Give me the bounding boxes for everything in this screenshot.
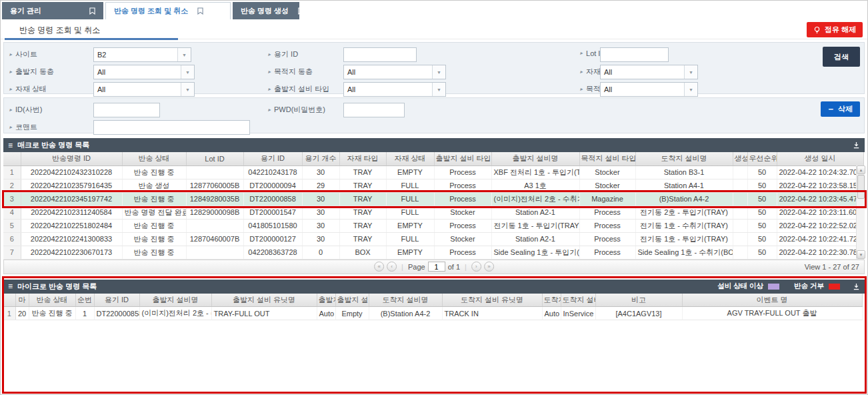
column-header[interactable]: 자재 타입 [339,152,386,165]
column-header[interactable]: 반송명령 ID [21,152,122,165]
column-header[interactable]: 출발지 설비 [335,294,369,307]
table-row[interactable]: 620220422102241300833반송 진행 중12870460007B… [3,232,863,246]
column-header[interactable]: 반송 상태 [122,152,186,165]
lightbulb-icon [813,26,821,34]
table-row[interactable]: 120반송 진행 중1DT220000858(이미지)전처리 2호 - 수취TR… [3,307,862,320]
last-page-button[interactable]: » [484,262,494,272]
table-row[interactable]: 320220422102345197742반송 진행 중12849280035B… [3,192,863,206]
chevron-down-icon[interactable]: ▼ [432,83,445,96]
table-cell: A3 1호 [491,179,579,192]
column-header[interactable]: 출발지 설비 타입 [434,152,491,165]
prev-page-button[interactable]: ‹ [387,262,397,272]
column-header[interactable]: 우선순위 [747,152,777,165]
tab-transfer-inquiry-cancel[interactable]: 반송 명령 조회 및 취소 [105,2,231,19]
column-header[interactable]: 순번 [75,294,94,307]
label-arrow-icon: ▸ [9,125,12,130]
column-header[interactable]: 이벤트 명 [682,294,862,307]
delete-button[interactable]: − 삭제 [821,101,860,117]
column-header[interactable]: 출발지 설비 유닛명 [211,294,317,307]
search-button[interactable]: 검색 [823,47,860,67]
first-page-button[interactable]: « [374,262,384,272]
src-floor-select[interactable]: All ▼ [93,65,195,79]
material-state-select[interactable]: All ▼ [93,82,195,97]
scroll-down-button[interactable]: ▼ [857,250,865,259]
column-header[interactable]: 생성 일시 [777,152,863,165]
tab-vessel-management[interactable]: 용기 관리 [2,2,103,19]
label-arrow-icon: ▸ [268,87,271,92]
table-cell [186,246,243,259]
table-cell: EMPTY [386,246,434,259]
src-equip-type-select[interactable]: All ▼ [343,82,446,97]
table-cell: 4 [3,206,21,219]
chevron-down-icon[interactable]: ▼ [432,65,445,79]
scroll-up-button[interactable]: ▲ [857,165,865,174]
equip-abnormal-color-swatch [768,284,779,290]
column-header[interactable]: 반송 상태 [29,294,75,307]
macro-table-scrollbar[interactable]: ▲ ▼ [856,165,865,259]
table-cell: Process [434,165,491,179]
column-header[interactable]: 도착지 동 [542,294,561,307]
table-cell: TRAY [339,179,386,192]
column-header[interactable] [3,152,21,165]
column-header[interactable]: 용기 ID [94,294,139,307]
table-cell: 30 [302,219,339,232]
column-header[interactable]: 출발지 설비명 [491,152,579,165]
table-cell: TRACK IN [442,307,542,320]
vessel-id-input[interactable] [343,47,417,62]
chevron-down-icon[interactable]: ▼ [181,83,194,96]
column-header[interactable]: 출발지 동 [317,294,335,307]
chevron-down-icon[interactable]: ▼ [177,48,191,61]
chevron-down-icon[interactable]: ▼ [684,83,697,96]
lot-id-input[interactable] [600,47,669,62]
column-header[interactable]: 도착지 설비 [561,294,595,307]
table-cell: Process [579,232,635,246]
table-row[interactable]: 220220422102357916435반송 생성12877060005BDT… [3,179,863,192]
dst-equip-type-select[interactable]: All ▼ [600,82,698,97]
tab-transfer-create[interactable]: 반송 명령 생성 [233,2,299,19]
table-cell: TRAY [339,232,386,246]
column-header[interactable]: 도착지 설비명 [635,152,733,165]
chevron-down-icon[interactable]: ▼ [181,65,194,79]
download-icon[interactable] [853,141,860,149]
comment-input[interactable] [93,120,250,135]
column-header[interactable]: 목적지 설비 타입 [579,152,635,165]
chevron-down-icon[interactable]: ▼ [684,65,697,79]
release-occupancy-button[interactable]: 점유 해제 [807,22,863,37]
table-cell: Stocker [579,179,635,192]
column-header[interactable] [3,294,15,307]
table-cell [733,206,747,219]
column-header[interactable]: 도착지 설비 유닛명 [442,294,542,307]
scroll-thumb[interactable] [857,175,865,199]
material-state-select-value: All [94,83,181,96]
table-cell: 반송 진행 중 [29,307,75,320]
table-cell: 2022-04-22 10:24:32.700 [777,165,863,179]
table-row[interactable]: 720220422102230670173반송 진행 중042208363728… [3,246,863,259]
table-row[interactable]: 420220422102311240584반송 명령 전달 완료12829000… [3,206,863,219]
pwd-input[interactable] [343,103,405,117]
column-header[interactable]: 생성자 [733,152,747,165]
download-icon[interactable] [853,283,860,290]
table-row[interactable]: 120220422102432310228반송 진행 중042210243178… [3,165,863,179]
column-header[interactable]: 용기 ID [243,152,302,165]
bookmark-icon[interactable] [298,7,304,15]
next-page-button[interactable]: › [471,262,481,272]
bookmark-icon[interactable] [197,7,203,15]
table-cell [733,219,747,232]
dst-floor-select[interactable]: All ▼ [343,65,446,79]
bookmark-icon[interactable] [89,7,95,15]
page-input[interactable] [428,262,445,272]
column-header[interactable]: 자재 상태 [386,152,434,165]
column-header[interactable]: 용기 개수 [302,152,339,165]
table-row[interactable]: 520220422102251802484반송 진행 중041805101580… [3,219,863,232]
column-header[interactable]: Lot ID [186,152,243,165]
column-header[interactable]: 출발지 설비명 [139,294,211,307]
column-header[interactable]: 비고 [595,294,682,307]
table-cell: FULL [386,206,434,219]
pager-separator: | [401,263,403,271]
site-select[interactable]: B2 ▼ [93,47,191,62]
column-header[interactable]: 마 [15,294,29,307]
transfer-reject-legend-label: 반송 거부 [794,282,824,291]
material-type-select[interactable]: All ▼ [600,65,698,79]
emp-id-input[interactable] [93,103,160,117]
column-header[interactable]: 도착지 설비명 [369,294,442,307]
